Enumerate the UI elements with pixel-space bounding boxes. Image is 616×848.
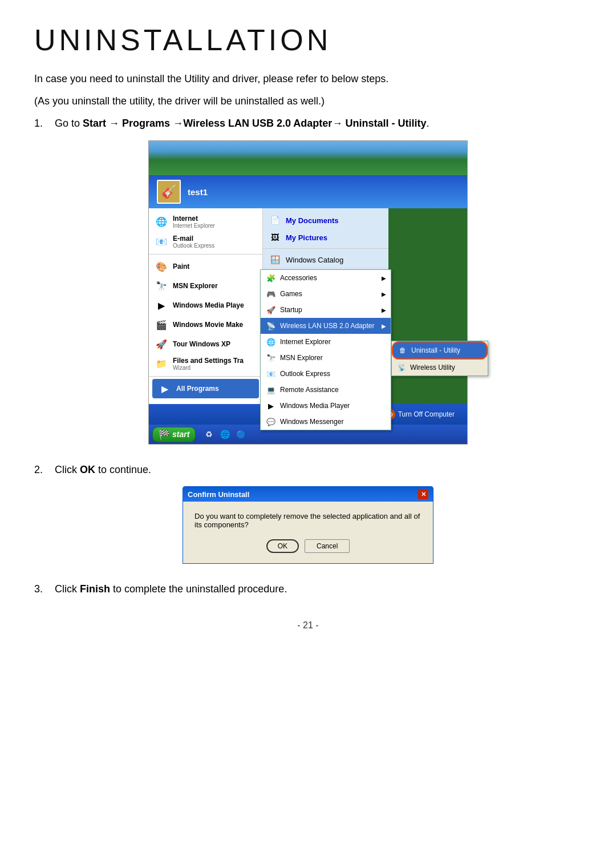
username: test1 <box>188 187 208 197</box>
mydocs-icon: 📄 <box>269 214 281 227</box>
prog-wmp[interactable]: ▶ Windows Media Player <box>261 398 391 414</box>
start-menu: 🎸 test1 🌐 Internet Internet Explorer <box>149 175 467 425</box>
menu-right-divider <box>263 248 388 249</box>
prog-games[interactable]: 🎮 Games ▶ <box>261 286 391 302</box>
menu-item-files[interactable]: 📁 Files and Settings Tra Wizard <box>149 354 262 374</box>
dialog-close-button[interactable]: ✕ <box>418 489 428 499</box>
xp-window: 🎸 test1 🌐 Internet Internet Explorer <box>148 140 468 445</box>
startup-icon: 🚀 <box>265 304 277 316</box>
taskbar-icons: ♻ 🌐 🔵 <box>202 428 247 441</box>
startup-arrow: ▶ <box>382 307 386 313</box>
step-3-num: 3. <box>34 581 50 597</box>
prog-accessories[interactable]: 🧩 Accessories ▶ <box>261 270 391 286</box>
accessories-icon: 🧩 <box>265 272 277 284</box>
mediaplayer-label: Windows Media Playe <box>173 301 244 309</box>
user-avatar: 🎸 <box>157 180 181 204</box>
accessories-arrow: ▶ <box>382 275 386 281</box>
menu-divider-2 <box>149 376 262 377</box>
remote-label: Remote Assistance <box>280 386 339 394</box>
mediaplayer-icon: ▶ <box>155 298 168 312</box>
mypics-icon: 🖼 <box>269 231 281 244</box>
menu-item-mediaplayer[interactable]: ▶ Windows Media Playe <box>149 296 262 315</box>
prog-outlook[interactable]: 📧 Outlook Express <box>261 366 391 382</box>
games-label: Games <box>280 290 302 298</box>
menu-divider-1 <box>149 254 262 255</box>
tourxp-icon: 🚀 <box>155 337 168 351</box>
menu-right-mypics[interactable]: 🖼 My Pictures <box>263 229 388 246</box>
msn-label: MSN Explorer <box>173 282 218 290</box>
uninstall-utility-item[interactable]: 🗑 Uninstall - Utility <box>392 341 488 360</box>
moviemaker-icon: 🎬 <box>155 318 168 332</box>
menu-item-moviemaker[interactable]: 🎬 Windows Movie Make <box>149 315 262 334</box>
moviemaker-label: Windows Movie Make <box>173 321 243 329</box>
taskbar-icon-3[interactable]: 🔵 <box>234 428 247 441</box>
xp-screenshot: 🎸 test1 🌐 Internet Internet Explorer <box>34 140 582 445</box>
wireless-submenu: 🗑 Uninstall - Utility 📡 Wireless Utility <box>391 341 488 376</box>
step-2-num: 2. <box>34 462 50 478</box>
intro-line1: In case you need to uninstall the Utilit… <box>34 71 582 87</box>
wireless-utility-item[interactable]: 📡 Wireless Utility <box>392 360 488 375</box>
uninstall-label: Uninstall - Utility <box>411 346 460 354</box>
prog-ie[interactable]: 🌐 Internet Explorer <box>261 334 391 350</box>
programs-submenu: 🧩 Accessories ▶ 🎮 Games ▶ 🚀 Startup ▶ <box>260 269 391 430</box>
step-3-header: 3. Click Finish to complete the uninstal… <box>34 581 582 597</box>
menu-item-paint[interactable]: 🎨 Paint <box>149 257 262 276</box>
menu-left: 🌐 Internet Internet Explorer 📧 E-mail Ou… <box>149 208 263 404</box>
all-programs-btn[interactable]: ▶ All Programs <box>152 379 259 398</box>
menu-item-msn[interactable]: 🔭 MSN Explorer <box>149 276 262 296</box>
user-header: 🎸 test1 <box>149 175 467 208</box>
games-arrow: ▶ <box>382 291 386 297</box>
taskbar-icon-2[interactable]: 🌐 <box>218 428 231 441</box>
step-1-text: Go to Start → Programs →Wireless LAN USB… <box>55 115 429 132</box>
allprograms-icon: ▶ <box>158 382 172 395</box>
paint-icon: 🎨 <box>155 260 168 273</box>
tourxp-label: Tour Windows XP <box>173 340 230 348</box>
step-2: 2. Click OK to continue. Confirm Uninsta… <box>34 462 582 564</box>
dialog-body: Do you want to completely remove the sel… <box>183 502 433 563</box>
menu-right-mydocs[interactable]: 📄 My Documents <box>263 212 388 229</box>
menu-item-internet[interactable]: 🌐 Internet Internet Explorer <box>149 212 262 232</box>
dialog-buttons: OK Cancel <box>194 539 422 553</box>
menu-item-email[interactable]: 📧 E-mail Outlook Express <box>149 232 262 252</box>
prog-msn-label: MSN Explorer <box>280 354 323 362</box>
step-2-text: Click OK to continue. <box>55 462 151 478</box>
outlook-label: Outlook Express <box>280 370 330 378</box>
uninstall-icon: 🗑 <box>398 345 408 356</box>
start-button[interactable]: 🏁 start <box>152 427 196 442</box>
intro-line2: (As you uninstall the utility, the drive… <box>34 93 582 110</box>
wireless-arrow: ▶ <box>382 323 386 329</box>
prog-startup[interactable]: 🚀 Startup ▶ <box>261 302 391 318</box>
wmp-icon: ▶ <box>265 400 277 411</box>
turnoff-label: Turn Off Computer <box>398 410 455 418</box>
allprograms-label: All Programs <box>176 385 219 393</box>
internet-icon: 🌐 <box>155 215 168 229</box>
prog-msn[interactable]: 🔭 MSN Explorer <box>261 350 391 366</box>
windows-flag-icon: 🏁 <box>159 429 170 440</box>
remote-icon: 💻 <box>265 384 277 395</box>
ie-label: Internet Explorer <box>280 338 331 346</box>
confirm-dialog: Confirm Uninstall ✕ Do you want to compl… <box>183 486 433 564</box>
prog-messenger[interactable]: 💬 Windows Messenger <box>261 414 391 430</box>
email-icon: 📧 <box>155 235 168 249</box>
prog-msn-icon: 🔭 <box>265 352 277 364</box>
step-1-header: 1. Go to Start → Programs →Wireless LAN … <box>34 115 582 132</box>
wutil-icon: 📡 <box>396 362 407 373</box>
wincatalog-icon: 🪟 <box>269 253 281 266</box>
email-label: E-mail Outlook Express <box>173 235 214 249</box>
step-3-text: Click Finish to complete the uninstalled… <box>55 581 287 597</box>
dialog-ok-button[interactable]: OK <box>266 539 299 553</box>
dialog-titlebar: Confirm Uninstall ✕ <box>183 487 433 502</box>
menu-item-tourxp[interactable]: 🚀 Tour Windows XP <box>149 334 262 354</box>
prog-wireless[interactable]: 📡 Wireless LAN USB 2.0 Adapter ▶ <box>261 318 391 334</box>
prog-remote[interactable]: 💻 Remote Assistance <box>261 382 391 398</box>
messenger-label: Windows Messenger <box>280 418 343 426</box>
files-label: Files and Settings Tra Wizard <box>173 357 244 371</box>
wireless-icon: 📡 <box>265 320 277 332</box>
taskbar-icon-1[interactable]: ♻ <box>202 428 215 441</box>
dialog-cancel-button[interactable]: Cancel <box>305 539 350 553</box>
step-1-num: 1. <box>34 115 50 132</box>
wireless-label: Wireless LAN USB 2.0 Adapter <box>280 322 374 330</box>
internet-label: Internet Internet Explorer <box>173 215 215 229</box>
avatar-icon: 🎸 <box>161 184 177 199</box>
menu-right-wincatalog[interactable]: 🪟 Windows Catalog <box>263 251 388 268</box>
